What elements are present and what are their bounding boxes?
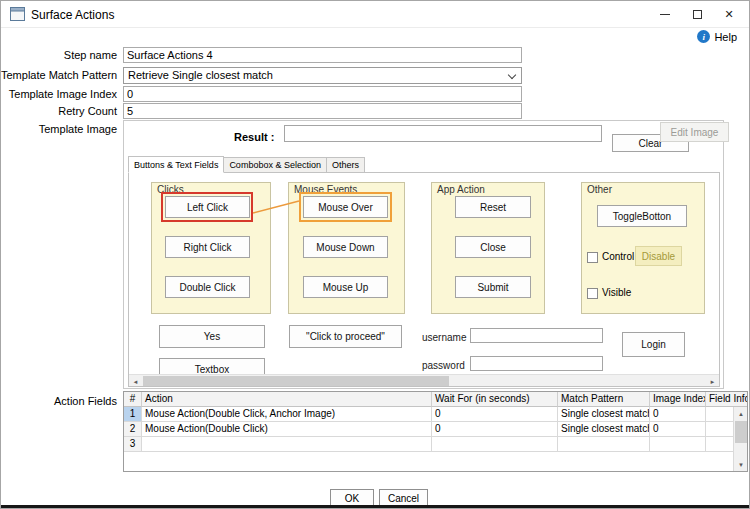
disable-button[interactable]: Disable bbox=[635, 246, 682, 266]
vertical-scroll-thumb[interactable] bbox=[735, 421, 747, 443]
other-group-title: Other bbox=[587, 184, 612, 195]
row-header[interactable]: 3 bbox=[124, 437, 142, 452]
table-vertical-scrollbar[interactable]: ▲ ▼ bbox=[733, 407, 747, 471]
scroll-right-icon[interactable]: ► bbox=[706, 375, 719, 387]
maximize-icon bbox=[693, 10, 702, 19]
mouse-down-button[interactable]: Mouse Down bbox=[303, 236, 388, 258]
retry-count-label: Retry Count bbox=[1, 105, 117, 117]
preview-horizontal-scrollbar[interactable]: ◄ ► bbox=[129, 374, 719, 387]
mouse-up-button[interactable]: Mouse Up bbox=[303, 276, 388, 298]
chevron-down-icon bbox=[508, 71, 516, 79]
info-icon: i bbox=[697, 30, 710, 43]
template-match-pattern-value: Retrieve Single closest match bbox=[128, 69, 273, 81]
retry-count-input[interactable] bbox=[123, 103, 522, 119]
app-icon bbox=[10, 7, 25, 25]
row-header[interactable]: 2 bbox=[124, 422, 142, 437]
cell-action bbox=[142, 437, 432, 452]
left-click-button[interactable]: Left Click bbox=[165, 196, 250, 218]
clicks-group-title: Clicks bbox=[157, 184, 184, 195]
app-action-group-title: App Action bbox=[437, 184, 485, 195]
cell-match: Single closest match bbox=[558, 422, 650, 437]
maximize-button[interactable] bbox=[681, 1, 713, 27]
cell-match bbox=[558, 437, 650, 452]
double-click-button[interactable]: Double Click bbox=[165, 276, 250, 298]
table-row[interactable]: 3 bbox=[124, 437, 747, 452]
close-icon: ✕ bbox=[724, 8, 733, 21]
minimize-icon bbox=[660, 14, 670, 15]
close-action-button[interactable]: Close bbox=[455, 236, 531, 258]
column-header-wait[interactable]: Wait For (in seconds) bbox=[432, 392, 558, 407]
preview-tab-content: Clicks Left Click Right Click Double Cli… bbox=[128, 172, 720, 387]
window-title: Surface Actions bbox=[31, 8, 114, 22]
right-click-button[interactable]: Right Click bbox=[165, 236, 250, 258]
cell-wait: 0 bbox=[432, 422, 558, 437]
cell-image-index: 0 bbox=[650, 407, 706, 422]
action-fields-label: Action Fields bbox=[1, 395, 117, 407]
password-label: password bbox=[422, 360, 465, 371]
table-row[interactable]: 2 Mouse Action(Double Click) 0 Single cl… bbox=[124, 422, 747, 437]
mouse-over-button[interactable]: Mouse Over bbox=[303, 196, 388, 218]
column-header-field-info[interactable]: Field Info bbox=[706, 392, 747, 407]
result-input[interactable] bbox=[284, 125, 602, 142]
help-label: Help bbox=[714, 31, 737, 43]
tab-others[interactable]: Others bbox=[326, 157, 365, 173]
template-image-label: Template Image bbox=[1, 123, 117, 135]
table-row[interactable]: 1 Mouse Action(Double Click, Anchor Imag… bbox=[124, 407, 747, 422]
window-bottom-edge bbox=[1, 505, 749, 508]
edit-image-button[interactable]: Edit Image bbox=[660, 122, 729, 142]
table-header-row: # Action Wait For (in seconds) Match Pat… bbox=[124, 392, 747, 407]
cell-match: Single closest match bbox=[558, 407, 650, 422]
horizontal-scroll-thumb[interactable] bbox=[143, 376, 449, 387]
column-header-action[interactable]: Action bbox=[142, 392, 432, 407]
cell-action: Mouse Action(Double Click) bbox=[142, 422, 432, 437]
submit-button[interactable]: Submit bbox=[455, 276, 531, 298]
password-input[interactable] bbox=[470, 356, 603, 371]
close-button[interactable]: ✕ bbox=[713, 1, 745, 27]
username-label: username bbox=[422, 332, 466, 343]
preview-tabs: Buttons & Text Fields Combobox & Selecti… bbox=[128, 156, 364, 173]
control-checkbox-label: Control bbox=[602, 251, 634, 262]
step-name-input[interactable] bbox=[123, 47, 522, 63]
row-header[interactable]: 1 bbox=[124, 407, 142, 422]
cell-wait: 0 bbox=[432, 407, 558, 422]
scroll-down-icon[interactable]: ▼ bbox=[734, 458, 748, 471]
help-link[interactable]: i Help bbox=[697, 30, 737, 43]
login-button[interactable]: Login bbox=[622, 332, 685, 357]
control-checkbox[interactable] bbox=[587, 252, 598, 263]
yes-button[interactable]: Yes bbox=[159, 325, 265, 348]
reset-button[interactable]: Reset bbox=[455, 196, 531, 218]
cell-wait bbox=[432, 437, 558, 452]
tab-buttons-text-fields[interactable]: Buttons & Text Fields bbox=[128, 156, 224, 173]
cell-action: Mouse Action(Double Click, Anchor Image) bbox=[142, 407, 432, 422]
scroll-left-icon[interactable]: ◄ bbox=[129, 375, 142, 387]
visible-checkbox-label: Visible bbox=[602, 287, 631, 298]
result-label: Result : bbox=[234, 131, 274, 143]
title-bar: Surface Actions ✕ bbox=[1, 1, 749, 28]
cell-image-index bbox=[650, 437, 706, 452]
step-name-label: Step name bbox=[1, 49, 117, 61]
username-input[interactable] bbox=[470, 328, 603, 343]
template-image-preview: Result : Clear Buttons & Text Fields Com… bbox=[123, 120, 724, 389]
column-header-image-index[interactable]: Image Index bbox=[650, 392, 706, 407]
action-fields-table: # Action Wait For (in seconds) Match Pat… bbox=[123, 391, 748, 472]
window-controls: ✕ bbox=[649, 1, 745, 27]
visible-checkbox[interactable] bbox=[587, 288, 598, 299]
minimize-button[interactable] bbox=[649, 1, 681, 27]
cell-image-index: 0 bbox=[650, 422, 706, 437]
scroll-up-icon[interactable]: ▲ bbox=[734, 407, 748, 420]
template-image-index-label: Template Image Index bbox=[1, 88, 117, 100]
template-match-pattern-label: Template Match Pattern bbox=[1, 69, 117, 81]
toggle-botton-button[interactable]: ToggleBotton bbox=[597, 205, 687, 227]
mouse-events-group-title: Mouse Events bbox=[294, 184, 357, 195]
tab-combobox-selection[interactable]: Combobox & Selection bbox=[223, 157, 327, 173]
click-to-proceed-button[interactable]: "Click to proceed" bbox=[289, 325, 402, 348]
template-match-pattern-select[interactable]: Retrieve Single closest match bbox=[123, 67, 522, 84]
template-image-index-input[interactable] bbox=[123, 86, 522, 102]
column-header-match[interactable]: Match Pattern bbox=[558, 392, 650, 407]
surface-actions-dialog: Surface Actions ✕ i Help Step name Templ… bbox=[0, 0, 750, 509]
column-header-num[interactable]: # bbox=[124, 392, 142, 407]
